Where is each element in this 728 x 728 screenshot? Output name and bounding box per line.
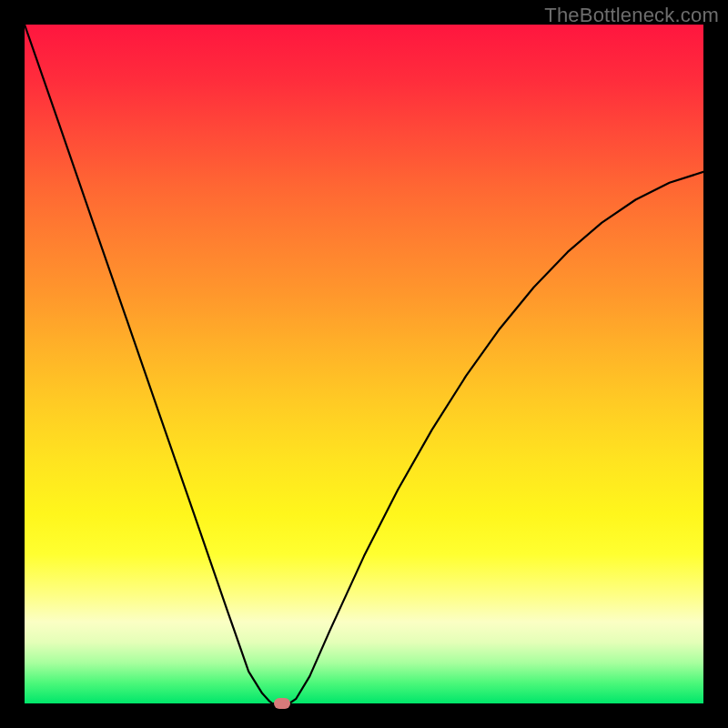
plot-area (25, 25, 703, 703)
watermark-text: TheBottleneck.com (544, 4, 719, 27)
optimal-point-marker (274, 698, 290, 709)
chart-frame: TheBottleneck.com (0, 0, 728, 728)
bottleneck-curve (25, 25, 703, 703)
